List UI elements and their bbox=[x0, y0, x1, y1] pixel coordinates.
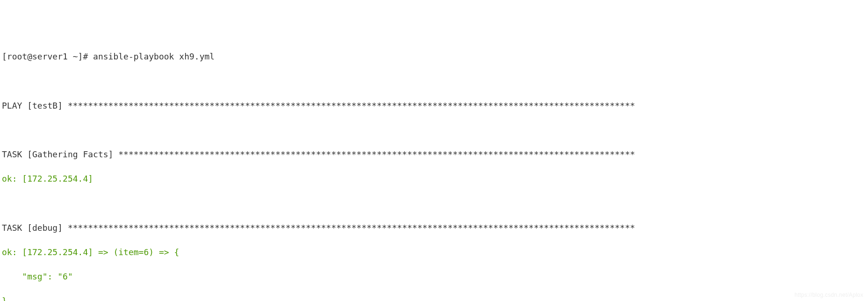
task-debug-header-line: TASK [debug] ***************************… bbox=[2, 222, 866, 234]
debug-item-line: ok: [172.25.254.4] => (item=6) => { bbox=[2, 246, 866, 258]
task-gathering-header-text: TASK [Gathering Facts] bbox=[2, 149, 118, 159]
play-header-text: PLAY [testB] bbox=[2, 101, 68, 110]
watermark-text: https://blog.csdn.net/Aplox bbox=[795, 291, 863, 299]
task-gathering-ok-line: ok: [172.25.254.4] bbox=[2, 173, 866, 185]
command-prompt-line: [root@server1 ~]# ansible-playbook xh9.y… bbox=[2, 51, 866, 63]
task-debug-star-separator: ****************************************… bbox=[68, 223, 635, 233]
blank-line bbox=[2, 124, 866, 136]
play-header-line: PLAY [testB] ***************************… bbox=[2, 100, 866, 112]
task-debug-header-text: TASK [debug] bbox=[2, 223, 68, 233]
prompt-text: [root@server1 ~]# ansible-playbook xh9.y… bbox=[2, 51, 215, 61]
play-star-separator: ****************************************… bbox=[68, 101, 635, 110]
blank-line bbox=[2, 75, 866, 88]
debug-item-msg: "msg": "6" bbox=[2, 271, 866, 283]
task-gathering-header-line: TASK [Gathering Facts] *****************… bbox=[2, 148, 866, 161]
task-gathering-star-separator: ****************************************… bbox=[118, 149, 635, 159]
blank-line bbox=[2, 198, 866, 210]
debug-item-close: } bbox=[2, 295, 866, 301]
